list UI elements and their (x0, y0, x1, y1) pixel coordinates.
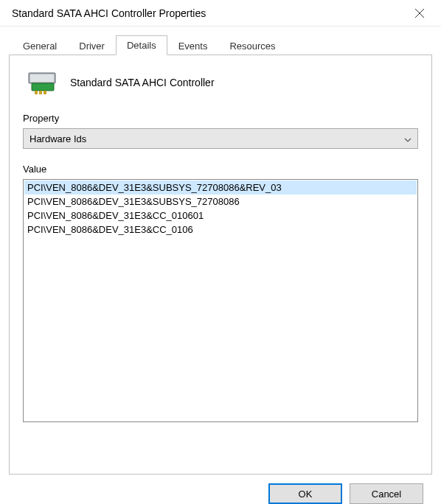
list-item[interactable]: PCI\VEN_8086&DEV_31E3&CC_010601 (24, 209, 417, 223)
content-area: General Driver Details Events Resources … (0, 27, 441, 504)
device-header: Standard SATA AHCI Controller (27, 71, 418, 94)
svg-rect-3 (30, 74, 54, 82)
property-selected-value: Hardware Ids (29, 133, 86, 144)
window-title: Standard SATA AHCI Controller Properties (12, 7, 206, 19)
svg-rect-6 (39, 91, 42, 94)
list-item[interactable]: PCI\VEN_8086&DEV_31E3&SUBSYS_72708086&RE… (24, 181, 417, 195)
tab-driver[interactable]: Driver (68, 36, 116, 55)
ok-button[interactable]: OK (268, 483, 342, 504)
list-item[interactable]: PCI\VEN_8086&DEV_31E3&SUBSYS_72708086 (24, 195, 417, 209)
list-item[interactable]: PCI\VEN_8086&DEV_31E3&CC_0106 (24, 223, 417, 237)
dialog-buttons: OK Cancel (9, 475, 432, 504)
close-button[interactable] (409, 2, 431, 24)
close-icon (415, 9, 424, 18)
svg-rect-7 (44, 91, 46, 94)
device-icon (27, 71, 57, 94)
tab-general[interactable]: General (12, 36, 68, 55)
tab-details[interactable]: Details (116, 35, 167, 55)
svg-rect-5 (35, 91, 38, 94)
svg-rect-4 (32, 83, 54, 91)
tab-strip: General Driver Details Events Resources (12, 34, 432, 55)
property-label: Property (23, 113, 418, 124)
tab-resources[interactable]: Resources (218, 36, 286, 55)
tab-events[interactable]: Events (167, 36, 219, 55)
value-label: Value (23, 164, 418, 175)
property-dropdown[interactable]: Hardware Ids (23, 128, 418, 149)
device-name: Standard SATA AHCI Controller (70, 77, 215, 88)
cancel-button[interactable]: Cancel (350, 483, 423, 504)
chevron-down-icon (404, 133, 412, 144)
titlebar: Standard SATA AHCI Controller Properties (0, 0, 441, 27)
tab-panel-details: Standard SATA AHCI Controller Property H… (9, 55, 432, 475)
value-listbox[interactable]: PCI\VEN_8086&DEV_31E3&SUBSYS_72708086&RE… (23, 179, 418, 422)
